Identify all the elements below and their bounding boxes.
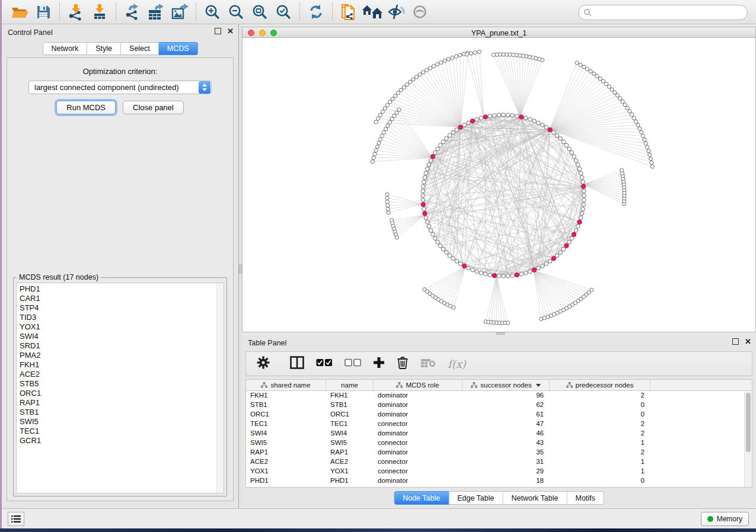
graph-node[interactable] <box>438 243 442 248</box>
graph-node[interactable] <box>397 108 401 111</box>
zoom-fit-button[interactable] <box>248 2 272 22</box>
mcds-result-item[interactable]: ORC1 <box>20 389 224 398</box>
graph-node[interactable] <box>441 247 445 251</box>
graph-node[interactable] <box>576 225 580 229</box>
graph-node[interactable] <box>380 134 384 137</box>
graph-node[interactable] <box>467 266 471 270</box>
column-header-name[interactable]: name <box>326 380 374 390</box>
graph-node[interactable] <box>562 140 566 144</box>
graph-node[interactable] <box>384 127 387 131</box>
graph-node[interactable] <box>590 288 594 291</box>
graph-node[interactable] <box>567 240 572 244</box>
graph-node[interactable] <box>409 80 412 84</box>
table-row[interactable]: FKH1FKH1dominator962 <box>246 391 752 400</box>
graph-node[interactable] <box>613 91 617 94</box>
graph-node[interactable] <box>475 117 479 121</box>
close-panel-button[interactable]: Close panel <box>123 101 184 114</box>
graph-node[interactable] <box>452 306 455 309</box>
graph-node[interactable] <box>537 121 541 125</box>
graph-node[interactable] <box>375 145 379 149</box>
mcds-result-item[interactable]: STP4 <box>20 303 224 313</box>
graph-node[interactable] <box>427 163 431 167</box>
graph-node[interactable] <box>385 200 389 203</box>
import-table-button[interactable] <box>88 2 111 22</box>
graph-node[interactable] <box>623 103 627 107</box>
graph-node[interactable] <box>383 107 387 110</box>
node-table-header[interactable]: shared namenameMCDS rolesuccessor nodesp… <box>246 380 752 391</box>
graph-node[interactable] <box>428 66 432 70</box>
graph-node-mcds[interactable] <box>462 264 467 268</box>
graph-node-mcds[interactable] <box>564 243 569 248</box>
graph-node[interactable] <box>497 274 501 278</box>
graph-node[interactable] <box>471 268 475 272</box>
graph-node[interactable] <box>540 123 544 127</box>
graph-node[interactable] <box>620 168 623 172</box>
graph-node[interactable] <box>621 100 624 103</box>
graph-node[interactable] <box>551 130 556 134</box>
graph-node-mcds[interactable] <box>470 119 474 123</box>
graph-node-mcds[interactable] <box>532 268 536 272</box>
graph-node[interactable] <box>438 143 442 148</box>
graph-node[interactable] <box>576 163 580 167</box>
graph-node[interactable] <box>581 207 585 211</box>
graph-node-mcds[interactable] <box>551 257 556 261</box>
mcds-result-item[interactable]: SRD1 <box>20 341 224 351</box>
graph-node[interactable] <box>469 52 473 55</box>
export-network-button[interactable] <box>120 2 144 22</box>
mcds-result-item[interactable]: TID3 <box>20 313 224 322</box>
graph-node[interactable] <box>636 123 640 127</box>
graph-node[interactable] <box>570 150 574 155</box>
graph-node[interactable] <box>455 128 459 132</box>
graph-node[interactable] <box>387 211 390 214</box>
graph-node[interactable] <box>445 251 449 255</box>
graph-node[interactable] <box>610 88 614 91</box>
graph-node[interactable] <box>562 247 566 251</box>
graph-node[interactable] <box>479 271 483 275</box>
graph-node[interactable] <box>423 175 427 180</box>
table-row[interactable]: ACE2ACE2connector311 <box>246 457 752 467</box>
graph-node[interactable] <box>575 61 579 65</box>
graph-node[interactable] <box>644 142 647 145</box>
graph-node[interactable] <box>524 271 528 275</box>
graph-node[interactable] <box>378 137 382 141</box>
tab-select[interactable]: Select <box>121 42 159 55</box>
graph-node[interactable] <box>579 63 582 66</box>
mcds-result-item[interactable]: ACE2 <box>20 370 224 379</box>
float-panel-icon[interactable] <box>732 338 739 345</box>
graph-node[interactable] <box>607 85 611 88</box>
node-table-body[interactable]: FKH1FKH1dominator962STB1STB1dominator620… <box>246 391 752 486</box>
graph-node[interactable] <box>615 94 619 97</box>
graph-node[interactable] <box>385 196 389 200</box>
graph-node[interactable] <box>385 193 389 196</box>
graph-node[interactable] <box>441 140 445 144</box>
graph-node[interactable] <box>502 274 506 278</box>
mcds-result-list[interactable]: PHD1CAR1STP4TID3YOX1SWI4SRD1PMA2FKH1ACE2… <box>16 283 224 493</box>
memory-button[interactable]: Memory <box>701 512 749 526</box>
task-history-button[interactable] <box>8 512 24 526</box>
graph-node[interactable] <box>422 180 426 184</box>
graph-node[interactable] <box>436 147 440 151</box>
graph-node[interactable] <box>386 207 390 211</box>
graph-node[interactable] <box>540 264 544 268</box>
graph-node[interactable] <box>386 124 390 127</box>
graph-node[interactable] <box>582 198 586 202</box>
graph-node[interactable] <box>582 189 586 193</box>
graph-node[interactable] <box>572 155 576 159</box>
graph-node[interactable] <box>559 137 563 141</box>
graph-node[interactable] <box>433 150 438 155</box>
table-row[interactable]: SWI5SWI5connector431 <box>246 438 752 448</box>
graph-node[interactable] <box>396 91 400 95</box>
export-image-button[interactable] <box>168 2 192 22</box>
graph-node[interactable] <box>580 211 584 216</box>
graph-node-mcds[interactable] <box>515 273 519 277</box>
graph-node[interactable] <box>373 152 377 156</box>
graph-node[interactable] <box>574 229 578 233</box>
graph-node[interactable] <box>405 83 409 86</box>
graph-node[interactable] <box>448 254 452 258</box>
graph-node-mcds[interactable] <box>578 220 582 224</box>
graph-node[interactable] <box>455 259 459 264</box>
graph-node[interactable] <box>421 198 425 202</box>
graph-node[interactable] <box>451 56 454 59</box>
graph-node[interactable] <box>574 159 578 163</box>
graph-node[interactable] <box>581 180 585 184</box>
